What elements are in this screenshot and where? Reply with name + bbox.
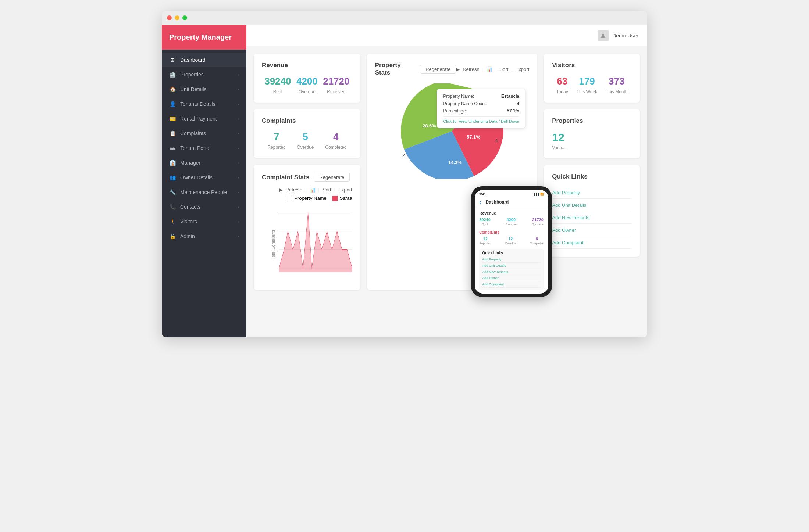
tooltip-click-text[interactable]: Click to: View Underlying Data / Drill D… — [443, 116, 519, 123]
svg-text:14.3%: 14.3% — [448, 160, 462, 165]
revenue-received: 21720 Received — [323, 76, 349, 94]
property-export-label[interactable]: Export — [516, 66, 530, 72]
properties-count: 12 — [552, 131, 632, 144]
sidebar-item-contacts[interactable]: 📞 Contacts › — [162, 200, 246, 214]
nav-label: Complaints — [180, 130, 206, 136]
nav-label: Manager — [180, 160, 200, 166]
visitors-week-label: This Week — [577, 89, 597, 94]
complaint-refresh-icon[interactable]: ▶ — [279, 187, 283, 193]
nav-icon: 👔 — [169, 159, 176, 166]
sidebar-item-owner-details[interactable]: 👥 Owner Details › — [162, 170, 246, 185]
complaint-chart-icon[interactable]: 📊 — [310, 187, 316, 193]
properties-title: Properties — [552, 117, 632, 125]
svg-text:28.6%: 28.6% — [423, 123, 436, 129]
phone-mockup: 9:41 ▐▐▐ 📶 ‹ Dashboard — [471, 186, 552, 297]
sidebar-header: Property Manager — [162, 25, 246, 50]
phone-status-bar: 9:41 ▐▐▐ 📶 — [475, 190, 548, 197]
phone-comp-reported: 12 Reported — [479, 237, 491, 245]
sidebar-item-visitors[interactable]: 🚶 Visitors › — [162, 214, 246, 229]
phone-link-1[interactable]: Add Property — [482, 256, 541, 263]
complaints-card: Complaints 7 Reported 5 Overdue — [254, 109, 360, 158]
chevron-right-icon: › — [238, 72, 239, 77]
property-refresh-label[interactable]: Refresh — [463, 66, 480, 72]
nav-label: Rental Payment — [180, 116, 217, 122]
sidebar-item-complaints[interactable]: 📋 Complaints › — [162, 126, 246, 141]
tooltip-count-label: Property Name Count: — [443, 101, 487, 106]
svg-text:4: 4 — [277, 211, 278, 216]
quick-link-item[interactable]: Add New Tenants — [552, 212, 632, 224]
nav-icon: 🔧 — [169, 189, 176, 195]
properties-card: Properties 12 Vaca... — [544, 109, 640, 158]
phone-rent-value: 39240 — [479, 218, 491, 222]
revenue-overdue-value: 4200 — [296, 76, 318, 87]
sidebar-item-tenants-details[interactable]: 👤 Tenants Details › — [162, 97, 246, 111]
quick-link-item[interactable]: Add Unit Details — [552, 200, 632, 211]
sidebar-item-tenant-portal[interactable]: 🏘 Tenant Portal › — [162, 141, 246, 155]
phone-complaints-title: Complaints — [479, 230, 544, 234]
sidebar-item-manager[interactable]: 👔 Manager › — [162, 155, 246, 170]
phone-rent-label: Rent — [479, 223, 491, 226]
nav-label: Properties — [180, 72, 204, 78]
user-name: Demo User — [612, 33, 638, 39]
quick-links-card: Quick Links Add PropertyAdd Unit Details… — [544, 165, 640, 257]
chevron-right-icon: › — [238, 116, 239, 121]
top-header: Demo User — [246, 25, 647, 46]
complaints-title: Complaints — [262, 117, 352, 125]
nav-label: Unit Details — [180, 86, 207, 92]
phone-back-btn[interactable]: ‹ — [479, 199, 481, 205]
phone-nav: ‹ Dashboard — [475, 197, 548, 207]
sidebar-item-maintenance-people[interactable]: 🔧 Maintenance People › — [162, 185, 246, 200]
nav-icon: 🏢 — [169, 71, 176, 78]
sidebar-item-properties[interactable]: 🏢 Properties › — [162, 67, 246, 82]
complaints-completed-value: 4 — [325, 131, 346, 143]
phone-status-icons: ▐▐▐ 📶 — [533, 193, 544, 196]
revenue-card: Revenue 39240 Rent 4200 Overdue — [254, 54, 360, 103]
nav-icon: 🚶 — [169, 218, 176, 225]
sidebar-item-dashboard[interactable]: ⊞ Dashboard — [162, 53, 246, 67]
svg-text:1: 1 — [277, 266, 277, 271]
sidebar-item-unit-details[interactable]: 🏠 Unit Details › — [162, 82, 246, 97]
complaint-refresh-label[interactable]: Refresh — [286, 187, 303, 193]
property-stats-regenerate-btn[interactable]: Regenerate — [420, 65, 456, 74]
revenue-stats: 39240 Rent 4200 Overdue 21720 Received — [262, 76, 352, 94]
phone-overdue-label: Overdue — [506, 223, 517, 226]
mac-titlebar — [162, 11, 647, 25]
nav-icon: 👥 — [169, 174, 176, 181]
quick-link-item[interactable]: Add Complaint — [552, 237, 632, 249]
phone-link-4[interactable]: Add Owner — [482, 275, 541, 281]
nav-icon: 📞 — [169, 204, 176, 210]
phone-link-2[interactable]: Add Unit Details — [482, 263, 541, 269]
minimize-btn[interactable] — [175, 15, 179, 20]
phone-link-5[interactable]: Add Complaint — [482, 281, 541, 288]
revenue-overdue: 4200 Overdue — [296, 76, 318, 94]
chevron-right-icon: › — [238, 102, 239, 106]
phone-comp-reported-label: Reported — [479, 242, 491, 245]
complaint-stats-regenerate-btn[interactable]: Regenerate — [314, 173, 350, 182]
property-sort-label[interactable]: Sort — [499, 66, 508, 72]
close-btn[interactable] — [167, 15, 172, 20]
property-chart-icon[interactable]: 📊 — [487, 66, 492, 72]
quick-links-list: Add PropertyAdd Unit DetailsAdd New Tena… — [552, 187, 632, 249]
fullscreen-btn[interactable] — [182, 15, 187, 20]
phone-revenue-stats: 39240 Rent 4200 Overdue 2172 — [479, 218, 544, 226]
phone-comp-overdue: 12 Overdue — [505, 237, 516, 245]
sidebar-item-admin[interactable]: 🔒 Admin › — [162, 229, 246, 244]
complaints-reported-label: Reported — [267, 145, 285, 150]
property-stats-title: Property Stats — [375, 62, 416, 76]
sidebar-item-rental-payment[interactable]: 💳 Rental Payment › — [162, 111, 246, 126]
revenue-title: Revenue — [262, 62, 352, 69]
property-stats-card: Property Stats Regenerate ▶ Refresh | 📊 … — [367, 54, 538, 290]
tooltip-count-row: Property Name Count: 4 — [443, 101, 519, 106]
visitors-week: 179 This Week — [577, 76, 597, 94]
complaint-export-label[interactable]: Export — [338, 187, 352, 193]
complaints-overdue-value: 5 — [297, 131, 314, 143]
nav-icon: ⊞ — [169, 57, 176, 63]
quick-link-item[interactable]: Add Owner — [552, 224, 632, 236]
quick-link-item[interactable]: Add Property — [552, 187, 632, 199]
property-refresh-icon[interactable]: ▶ — [456, 66, 460, 72]
phone-link-3[interactable]: Add New Tenants — [482, 269, 541, 275]
nav-icon: 🏘 — [169, 145, 176, 151]
signal-icon: ▐▐▐ — [533, 193, 539, 196]
complaint-sort-label[interactable]: Sort — [322, 187, 331, 193]
complaint-stats-header: Complaint Stats Regenerate — [262, 173, 352, 182]
